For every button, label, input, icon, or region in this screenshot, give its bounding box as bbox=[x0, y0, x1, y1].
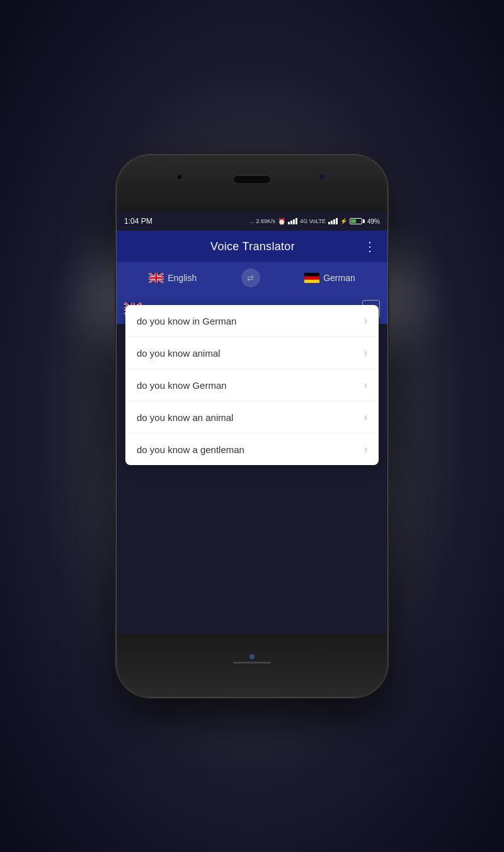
chevron-right-icon-5: › bbox=[364, 444, 367, 455]
language-selector: English ⇄ German bbox=[117, 262, 387, 294]
phone-speaker bbox=[233, 175, 271, 184]
swap-languages-button[interactable]: ⇄ bbox=[241, 268, 260, 287]
phone-shell: 1:04 PM ... 2.69K/s ⏰ 4G VoLTE ⚡ bbox=[117, 155, 387, 697]
uk-flag-icon bbox=[149, 273, 164, 283]
chevron-right-icon-1: › bbox=[364, 315, 367, 326]
source-lang-label: English bbox=[168, 273, 197, 283]
german-flag-icon bbox=[304, 273, 319, 283]
target-lang-label: German bbox=[323, 273, 355, 283]
phone-top-bezel bbox=[117, 155, 387, 212]
suggestions-dropdown: do you know in German › do you know anim… bbox=[125, 305, 379, 465]
suggestion-item-4[interactable]: do you know an animal › bbox=[125, 401, 379, 434]
suggestion-text-4: do you know an animal bbox=[137, 412, 233, 423]
phone-screen: 1:04 PM ... 2.69K/s ⏰ 4G VoLTE ⚡ bbox=[117, 212, 387, 634]
suggestion-text-3: do you know German bbox=[137, 380, 227, 391]
app-title: Voice Translator bbox=[210, 240, 295, 253]
status-right-icons: ... 2.69K/s ⏰ 4G VoLTE ⚡ bbox=[250, 218, 380, 225]
chevron-right-icon-4: › bbox=[364, 412, 367, 423]
battery-percent: 49% bbox=[367, 218, 380, 225]
lightning-icon: ⚡ bbox=[340, 218, 347, 224]
status-bar: 1:04 PM ... 2.69K/s ⏰ 4G VoLTE ⚡ bbox=[117, 212, 387, 231]
clock-icon: ⏰ bbox=[278, 218, 285, 225]
target-language[interactable]: German bbox=[304, 273, 355, 283]
svg-rect-2 bbox=[304, 277, 319, 280]
chevron-right-icon-3: › bbox=[364, 379, 367, 391]
status-time: 1:04 PM bbox=[124, 217, 152, 226]
chevron-right-icon-2: › bbox=[364, 347, 367, 359]
connection-type: 4G VoLTE bbox=[300, 218, 326, 224]
app-bar: Voice Translator ⋮ bbox=[117, 231, 387, 262]
battery-icon bbox=[350, 218, 365, 224]
svg-rect-1 bbox=[304, 273, 319, 277]
source-language[interactable]: English bbox=[149, 273, 197, 283]
suggestion-item-3[interactable]: do you know German › bbox=[125, 369, 379, 401]
suggestion-text-5: do you know a gentleman bbox=[137, 444, 244, 455]
suggestion-item-2[interactable]: do you know animal › bbox=[125, 337, 379, 369]
signal-bars-2 bbox=[328, 218, 338, 224]
svg-rect-3 bbox=[304, 280, 319, 283]
phone-sensor bbox=[319, 175, 324, 180]
suggestion-text-1: do you know in German bbox=[137, 316, 236, 326]
phone-nav-dot bbox=[249, 654, 255, 659]
suggestion-text-2: do you know animal bbox=[137, 348, 220, 359]
overflow-menu-button[interactable]: ⋮ bbox=[364, 239, 377, 254]
swap-icon: ⇄ bbox=[247, 273, 254, 283]
suggestion-item-1[interactable]: do you know in German › bbox=[125, 305, 379, 337]
network-speed: ... 2.69K/s bbox=[250, 218, 276, 224]
signal-bars bbox=[288, 218, 297, 224]
phone-home-indicator[interactable] bbox=[233, 662, 271, 664]
phone-bottom-bezel bbox=[117, 634, 387, 697]
suggestion-item-5[interactable]: do you know a gentleman › bbox=[125, 434, 379, 465]
front-camera bbox=[176, 174, 183, 180]
